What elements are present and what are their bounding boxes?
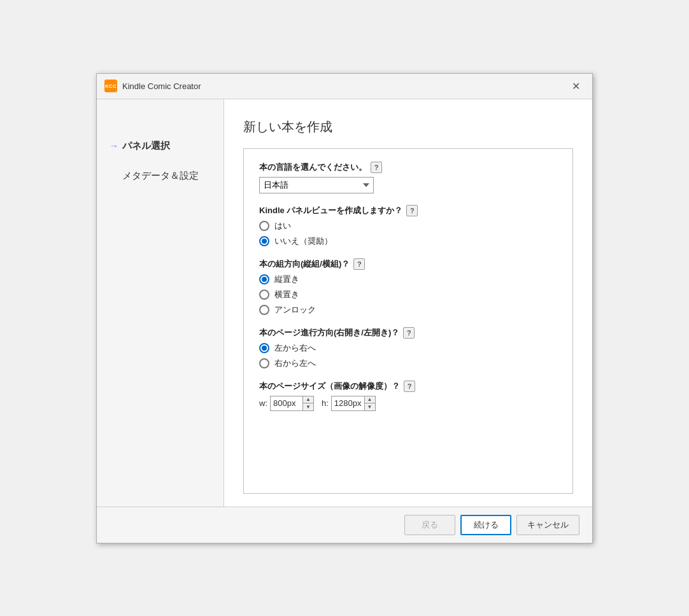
page-direction-label: 本のページ進行方向(右開き/左開き)？ ? [259, 327, 557, 339]
panel-view-section: Kindle パネルビューを作成しますか？ ? はい いいえ（奨励） [259, 205, 557, 247]
sidebar: → パネル選択 メタデータ＆設定 [97, 99, 224, 507]
page-direction-ltr-label: 左から右へ [274, 342, 316, 354]
page-direction-ltr-radio-dot [262, 346, 267, 351]
window-title: Kindle Comic Creator [122, 81, 567, 91]
width-value: 800px [271, 396, 302, 410]
panel-view-yes-label: はい [274, 220, 291, 232]
page-direction-rtl-option[interactable]: 右から左へ [259, 358, 557, 369]
width-spinner-down[interactable]: ▼ [303, 403, 313, 410]
sidebar-item-panel-select-label: パネル選択 [122, 140, 170, 152]
window-body: → パネル選択 メタデータ＆設定 新しい本を作成 本の言語を選んでください。 ?… [97, 99, 592, 507]
sidebar-item-metadata-label: メタデータ＆設定 [122, 170, 199, 182]
sidebar-item-panel-select[interactable]: → パネル選択 [110, 137, 211, 155]
orientation-vertical-label: 縦置き [274, 274, 299, 285]
page-direction-radio-group: 左から右へ 右から左へ [259, 342, 557, 369]
continue-button[interactable]: 続ける [460, 515, 511, 535]
language-label: 本の言語を選んでください。 ? [259, 162, 557, 173]
height-spinner[interactable]: ▲ ▼ [364, 396, 375, 410]
page-direction-rtl-radio[interactable] [259, 358, 269, 368]
size-inputs-group: w: 800px ▲ ▼ h: [259, 396, 557, 411]
page-direction-rtl-label: 右から左へ [274, 358, 316, 369]
orientation-horizontal-label: 横置き [274, 289, 299, 300]
page-direction-section: 本のページ進行方向(右開き/左開き)？ ? 左から右へ 右から左へ [259, 327, 557, 369]
orientation-unlock-option[interactable]: アンロック [259, 304, 557, 316]
footer: 戻る 続ける キャンセル [97, 507, 592, 543]
content-area: 新しい本を作成 本の言語を選んでください。 ? 日本語 English 中文 한… [224, 99, 592, 507]
panel-view-yes-radio[interactable] [259, 221, 269, 231]
page-direction-ltr-radio[interactable] [259, 343, 269, 353]
panel-view-no-radio-dot [262, 239, 267, 244]
page-size-help-button[interactable]: ? [404, 381, 415, 392]
orientation-unlock-label: アンロック [274, 304, 316, 316]
language-section: 本の言語を選んでください。 ? 日本語 English 中文 한국어 [259, 162, 557, 193]
sidebar-arrow-icon: → [110, 141, 118, 151]
title-bar: KCC Kindle Comic Creator ✕ [97, 74, 592, 99]
orientation-unlock-radio[interactable] [259, 305, 269, 315]
main-window: KCC Kindle Comic Creator ✕ → パネル選択 メタデータ… [96, 73, 593, 543]
page-size-label: 本のページサイズ（画像の解像度）？ ? [259, 381, 557, 392]
panel-view-label: Kindle パネルビューを作成しますか？ ? [259, 205, 557, 216]
orientation-section: 本の組方向(縦組/横組)？ ? 縦置き 横置き [259, 258, 557, 316]
orientation-radio-group: 縦置き 横置き アンロック [259, 274, 557, 316]
width-spinner-up[interactable]: ▲ [303, 396, 313, 404]
orientation-vertical-option[interactable]: 縦置き [259, 274, 557, 285]
width-input[interactable]: 800px ▲ ▼ [270, 396, 314, 411]
orientation-label: 本の組方向(縦組/横組)？ ? [259, 258, 557, 270]
orientation-horizontal-option[interactable]: 横置き [259, 289, 557, 300]
close-button[interactable]: ✕ [567, 77, 585, 95]
panel-view-no-radio[interactable] [259, 236, 269, 246]
width-label: w: [259, 398, 267, 408]
page-title: 新しい本を作成 [243, 118, 573, 136]
page-direction-ltr-option[interactable]: 左から右へ [259, 342, 557, 354]
page-direction-help-button[interactable]: ? [403, 327, 415, 339]
cancel-button[interactable]: キャンセル [516, 515, 579, 535]
sidebar-item-metadata[interactable]: メタデータ＆設定 [110, 167, 211, 185]
height-spinner-down[interactable]: ▼ [365, 403, 375, 410]
orientation-help-button[interactable]: ? [353, 258, 365, 270]
height-input[interactable]: 1280px ▲ ▼ [331, 396, 376, 411]
height-label: h: [322, 398, 329, 408]
width-input-group: w: 800px ▲ ▼ [259, 396, 314, 411]
back-button[interactable]: 戻る [404, 515, 455, 535]
height-input-group: h: 1280px ▲ ▼ [322, 396, 376, 411]
width-spinner[interactable]: ▲ ▼ [302, 396, 313, 410]
height-spinner-up[interactable]: ▲ [365, 396, 375, 404]
panel-view-help-button[interactable]: ? [406, 205, 418, 216]
height-value: 1280px [332, 396, 364, 410]
app-icon: KCC [104, 80, 117, 92]
page-size-section: 本のページサイズ（画像の解像度）？ ? w: 800px ▲ ▼ [259, 381, 557, 411]
panel-view-radio-group: はい いいえ（奨励） [259, 220, 557, 247]
orientation-vertical-radio-dot [262, 277, 267, 282]
language-help-button[interactable]: ? [371, 162, 382, 173]
orientation-vertical-radio[interactable] [259, 274, 269, 284]
panel-view-yes-option[interactable]: はい [259, 220, 557, 232]
panel-view-no-option[interactable]: いいえ（奨励） [259, 235, 557, 247]
panel-view-no-label: いいえ（奨励） [274, 235, 332, 247]
orientation-horizontal-radio[interactable] [259, 290, 269, 300]
language-select[interactable]: 日本語 English 中文 한국어 [259, 177, 374, 193]
form-card: 本の言語を選んでください。 ? 日本語 English 中文 한국어 Kindl… [243, 148, 573, 494]
